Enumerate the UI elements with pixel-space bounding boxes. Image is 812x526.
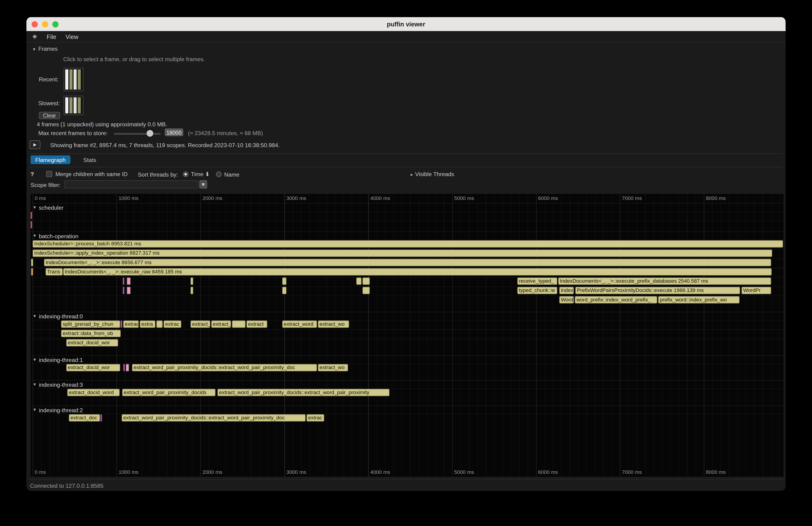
- scope-bar[interactable]: extract_docid_wor: [66, 339, 118, 347]
- scope-bar[interactable]: extract: [123, 320, 139, 328]
- frames-section-header[interactable]: ▼Frames: [32, 46, 58, 52]
- scope-bar[interactable]: extra: [140, 320, 155, 328]
- max-frames-value[interactable]: 18000: [165, 128, 183, 136]
- recent-frames-preview[interactable]: [64, 68, 84, 91]
- scope-bar[interactable]: extract_: [190, 320, 210, 328]
- zoom-button[interactable]: [53, 21, 59, 28]
- scope-bar[interactable]: receive_typed_: [517, 278, 557, 285]
- frame-preview-bar[interactable]: [66, 69, 68, 89]
- thread-header-indexing-thread:0[interactable]: ▼indexing-thread:0: [31, 312, 783, 320]
- scope-bar[interactable]: [123, 364, 125, 371]
- scope-bar[interactable]: IndexDocuments<_, _>::execute_raw 8459.1…: [63, 268, 772, 276]
- scope-filter-input[interactable]: [64, 180, 198, 189]
- frame-preview-bar[interactable]: [66, 97, 68, 113]
- scope-bar[interactable]: extract_word: [282, 320, 317, 328]
- menu-item-view[interactable]: View: [66, 33, 78, 40]
- scope-bar[interactable]: extract::data_from_ob: [61, 330, 121, 337]
- scope-bar[interactable]: extract_docid_word: [68, 389, 120, 396]
- scope-bar[interactable]: extract_docid_wor: [66, 364, 120, 371]
- axis-tick-7000ms: 7000 ms: [622, 469, 642, 475]
- scope-bar[interactable]: extract_word_pair_proximity_docids::extr…: [122, 414, 305, 422]
- clear-button[interactable]: Clear: [39, 112, 60, 119]
- scope-bar[interactable]: extract_: [211, 320, 231, 328]
- scope-bar[interactable]: [121, 320, 122, 328]
- scope-bar[interactable]: word_prefix::index_word_prefix_: [575, 296, 657, 303]
- scope-bar[interactable]: [190, 287, 193, 294]
- slider-handle[interactable]: [146, 130, 153, 137]
- help-button[interactable]: ?: [31, 171, 34, 177]
- scope-bar[interactable]: Trans: [46, 268, 63, 276]
- scope-bar[interactable]: [127, 278, 131, 285]
- menu-items: FileView: [47, 33, 78, 40]
- scope-bar[interactable]: [31, 221, 32, 228]
- slowest-frames-preview[interactable]: [64, 96, 84, 115]
- scope-bar[interactable]: IndexDocuments<_, _>::execute_prefix_dat…: [558, 278, 771, 285]
- scope-bar[interactable]: extract_wo: [318, 320, 349, 328]
- thread-header-scheduler[interactable]: ▼scheduler: [31, 203, 783, 211]
- sort-radio-name[interactable]: Name: [216, 171, 240, 177]
- scope-bar[interactable]: [123, 287, 125, 294]
- scope-bar[interactable]: [31, 212, 32, 219]
- title-bar[interactable]: puffin viewer: [26, 17, 786, 31]
- play-button[interactable]: ▶: [29, 141, 40, 149]
- thread-header-indexing-thread:2[interactable]: ▼indexing-thread:2: [31, 406, 783, 414]
- flame-row: receive_typed_IndexDocuments<_, _>::exec…: [31, 277, 783, 287]
- scope-bar[interactable]: WordPr: [742, 287, 771, 294]
- thread-sections: ▼scheduler▼batch-operationIndexScheduler…: [31, 203, 783, 430]
- frame-preview-bar[interactable]: [78, 69, 81, 89]
- scope-bar[interactable]: [31, 268, 33, 276]
- scope-bar[interactable]: extract_word_pair_proximity_docids::extr…: [132, 364, 317, 371]
- time-axis-top: 0 ms1000 ms2000 ms3000 ms4000 ms5000 ms6…: [31, 194, 783, 203]
- frame-preview-bar[interactable]: [73, 97, 76, 113]
- scope-bar[interactable]: prefix_word::index_prefix_wo: [658, 296, 739, 303]
- scope-filter-clear-button[interactable]: ✖: [199, 180, 207, 189]
- scope-bar[interactable]: IndexScheduler>::apply_index_operation 8…: [33, 250, 772, 257]
- max-frames-slider[interactable]: [114, 133, 161, 135]
- scope-bar[interactable]: [31, 259, 33, 266]
- menu-item-file[interactable]: File: [47, 33, 56, 40]
- scope-bar[interactable]: [362, 278, 369, 285]
- close-button[interactable]: [31, 21, 38, 28]
- scope-bar[interactable]: [282, 287, 287, 294]
- visible-threads-button[interactable]: ▸Visible Threads: [411, 171, 454, 177]
- scope-bar[interactable]: [101, 414, 102, 422]
- thread-header-batch-operation[interactable]: ▼batch-operation: [31, 232, 783, 240]
- scope-bar[interactable]: [282, 278, 287, 285]
- slowest-label: Slowest:: [38, 100, 60, 106]
- minimize-button[interactable]: [42, 21, 48, 28]
- scope-bar[interactable]: extract_word_pair_proximity_docids: [122, 389, 215, 396]
- scope-bar[interactable]: IndexDocuments<_, _>::execute 8656.677 m…: [44, 259, 771, 266]
- scope-bar[interactable]: [232, 320, 245, 328]
- scope-bar[interactable]: extract_doc: [69, 414, 100, 422]
- theme-toggle-icon[interactable]: ✳: [32, 33, 37, 40]
- thread-header-indexing-thread:1[interactable]: ▼indexing-thread:1: [31, 356, 783, 364]
- tab-stats[interactable]: Stats: [78, 155, 101, 164]
- tab-flamegraph[interactable]: Flamegraph: [31, 155, 70, 164]
- frame-preview-bar[interactable]: [78, 97, 81, 113]
- thread-header-indexing-thread:3[interactable]: ▼indexing-thread:3: [31, 381, 783, 389]
- frame-preview-bar[interactable]: [69, 69, 72, 89]
- flamegraph-canvas[interactable]: 0 ms1000 ms2000 ms3000 ms4000 ms5000 ms6…: [31, 193, 783, 478]
- scope-bar[interactable]: typed_chunk::w: [517, 287, 557, 294]
- scope-bar[interactable]: index: [559, 287, 574, 294]
- scope-bar[interactable]: [190, 278, 193, 285]
- frame-preview-bar[interactable]: [73, 69, 76, 89]
- scope-bar[interactable]: IndexScheduler>::process_batch 8953.821 …: [33, 240, 783, 247]
- scope-bar[interactable]: extrac: [164, 320, 181, 328]
- scope-bar[interactable]: split_grenad_by_chun: [61, 320, 120, 328]
- scope-bar[interactable]: [356, 278, 361, 285]
- scope-bar[interactable]: PrefixWordPairsProximityDocids::execute …: [576, 287, 740, 294]
- scope-bar[interactable]: Word: [559, 296, 574, 303]
- scope-bar[interactable]: extract: [247, 320, 267, 328]
- merge-children-checkbox[interactable]: Merge children with same ID: [46, 171, 128, 177]
- scope-bar[interactable]: [362, 287, 369, 294]
- sort-radio-time[interactable]: Time ⬇: [183, 171, 210, 177]
- scope-bar[interactable]: [156, 320, 163, 328]
- scope-bar[interactable]: extract_wo: [318, 364, 348, 371]
- scope-bar[interactable]: extract_word_pair_proximity_docids::extr…: [218, 389, 390, 396]
- scope-bar[interactable]: [127, 287, 131, 294]
- scope-bar[interactable]: [126, 364, 129, 371]
- frame-preview-bar[interactable]: [69, 97, 72, 113]
- scope-bar[interactable]: [123, 278, 125, 285]
- scope-bar[interactable]: extrac: [307, 414, 324, 422]
